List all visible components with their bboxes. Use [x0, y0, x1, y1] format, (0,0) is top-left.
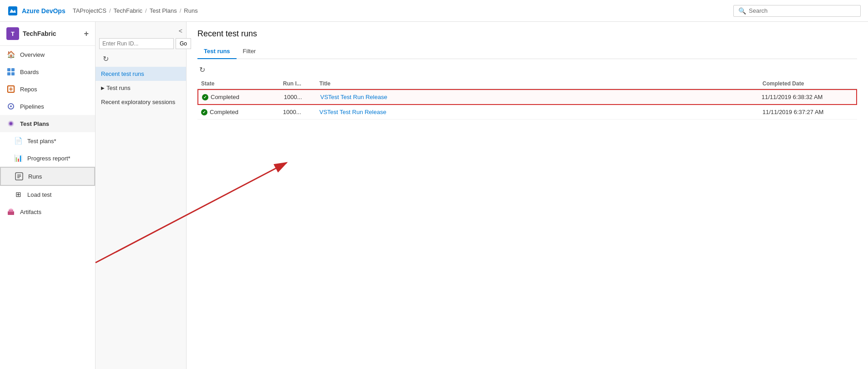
breadcrumb-section[interactable]: Test Plans	[150, 7, 177, 14]
col-run-id: Run I...	[283, 80, 319, 87]
sidebar-item-label: Artifacts	[20, 209, 41, 215]
sidebar-item-label: Test plans*	[27, 138, 56, 145]
status-dot-completed	[201, 109, 207, 115]
sidebar-item-overview[interactable]: 🏠 Overview	[0, 46, 95, 63]
svg-point-9	[10, 105, 12, 107]
svg-rect-19	[10, 209, 12, 210]
title-cell[interactable]: VSTest Test Run Release	[319, 109, 762, 115]
sep1: /	[109, 7, 111, 14]
project-avatar: T	[6, 27, 19, 40]
date-cell: 11/11/2019 6:37:27 AM	[762, 109, 853, 115]
test-plans-sub-icon: 📄	[14, 136, 23, 145]
sep3: /	[180, 7, 182, 14]
panel-collapse-button[interactable]: <	[179, 27, 182, 35]
expand-icon: ▶	[101, 85, 105, 90]
sidebar-item-label: Runs	[28, 173, 42, 180]
search-icon: 🔍	[738, 7, 746, 15]
artifacts-icon	[6, 207, 15, 216]
add-project-button[interactable]: +	[84, 29, 89, 39]
sidebar-item-label: Pipelines	[20, 103, 44, 110]
main-refresh-button[interactable]: ↻	[197, 65, 207, 75]
boards-icon	[6, 67, 15, 76]
logo-text: Azure DevOps	[22, 7, 66, 15]
sidebar-item-runs[interactable]: Runs	[0, 167, 95, 186]
run-id-row: Go	[96, 36, 186, 51]
azure-devops-logo-icon	[7, 5, 18, 16]
svg-rect-4	[11, 72, 15, 75]
tab-bar: Test runs Filter	[197, 44, 857, 59]
run-id-input[interactable]	[99, 38, 174, 49]
tab-filter[interactable]: Filter	[237, 44, 262, 59]
runs-icon	[15, 172, 24, 181]
svg-rect-1	[7, 68, 10, 71]
sidebar-item-label: Test Plans	[20, 120, 49, 127]
svg-rect-3	[7, 72, 10, 75]
layout: T TechFabric + 🏠 Overview Boards Repos	[0, 22, 868, 369]
table-row[interactable]: Completed 1000... VSTest Test Run Releas…	[197, 105, 857, 120]
breadcrumb: TAProjectCS / TechFabric / Test Plans / …	[73, 7, 726, 14]
sidebar-item-label: Load test	[27, 191, 52, 198]
svg-point-12	[10, 122, 12, 125]
title-cell[interactable]: VSTest Test Run Release	[320, 94, 762, 100]
date-cell: 11/11/2019 6:38:32 AM	[762, 94, 853, 100]
panel-refresh-button[interactable]: ↻	[99, 53, 112, 65]
breadcrumb-area[interactable]: TechFabric	[114, 7, 143, 14]
svg-rect-17	[8, 211, 14, 215]
col-state: State	[201, 80, 283, 87]
col-title: Title	[319, 80, 762, 87]
pipelines-icon	[6, 102, 15, 111]
run-id-cell: 1000...	[284, 94, 320, 100]
project-name: TechFabric	[23, 30, 56, 37]
page-title: Recent test runs	[197, 29, 857, 39]
sidebar-item-label: Overview	[20, 51, 45, 58]
sidebar: T TechFabric + 🏠 Overview Boards Repos	[0, 22, 96, 369]
sep2: /	[145, 7, 147, 14]
table-row[interactable]: Completed 1000... VSTest Test Run Releas…	[197, 89, 857, 105]
sidebar-item-load-test[interactable]: ⊞ Load test	[0, 186, 95, 203]
run-id-cell: 1000...	[283, 109, 319, 115]
load-test-icon: ⊞	[14, 190, 23, 199]
panel-left: < Go ↻ Recent test runs ▶ Test runs Rece…	[96, 22, 187, 369]
status-dot-completed	[202, 94, 208, 100]
sidebar-item-pipelines[interactable]: Pipelines	[0, 98, 95, 115]
breadcrumb-page[interactable]: Runs	[184, 7, 197, 14]
panel-menu-recent-runs[interactable]: Recent test runs	[96, 67, 186, 81]
status-cell: Completed	[201, 109, 283, 115]
test-plans-icon	[6, 119, 15, 128]
sidebar-item-label: Repos	[20, 86, 37, 93]
table-header: State Run I... Title Completed Date	[197, 79, 857, 89]
main-content: Recent test runs Test runs Filter ↻ Stat…	[187, 22, 868, 369]
svg-rect-2	[11, 68, 15, 71]
overview-icon: 🏠	[6, 50, 15, 59]
panel-collapse-area: <	[96, 25, 186, 36]
progress-report-icon: 📊	[14, 154, 23, 163]
repos-icon	[6, 85, 15, 94]
sidebar-item-label: Boards	[20, 69, 39, 75]
panel-menu-test-runs[interactable]: ▶ Test runs	[96, 81, 186, 95]
sidebar-item-boards[interactable]: Boards	[0, 63, 95, 80]
logo: Azure DevOps	[7, 5, 66, 16]
status-cell: Completed	[202, 94, 284, 100]
search-box[interactable]: 🔍 Search	[733, 5, 861, 17]
sidebar-item-test-plans-header[interactable]: Test Plans	[0, 115, 95, 132]
sidebar-item-label: Progress report*	[27, 155, 71, 162]
panel-menu-exploratory[interactable]: Recent exploratory sessions	[96, 95, 186, 109]
sidebar-item-test-plans-sub[interactable]: 📄 Test plans*	[0, 132, 95, 150]
tab-test-runs[interactable]: Test runs	[197, 44, 237, 59]
sidebar-item-artifacts[interactable]: Artifacts	[0, 203, 95, 220]
breadcrumb-project[interactable]: TAProjectCS	[73, 7, 106, 14]
sidebar-item-repos[interactable]: Repos	[0, 80, 95, 98]
sidebar-item-progress-report[interactable]: 📊 Progress report*	[0, 150, 95, 167]
search-label: Search	[749, 7, 767, 14]
project-header: T TechFabric +	[0, 22, 95, 46]
top-bar: Azure DevOps TAProjectCS / TechFabric / …	[0, 0, 868, 22]
col-completed-date: Completed Date	[762, 80, 853, 87]
